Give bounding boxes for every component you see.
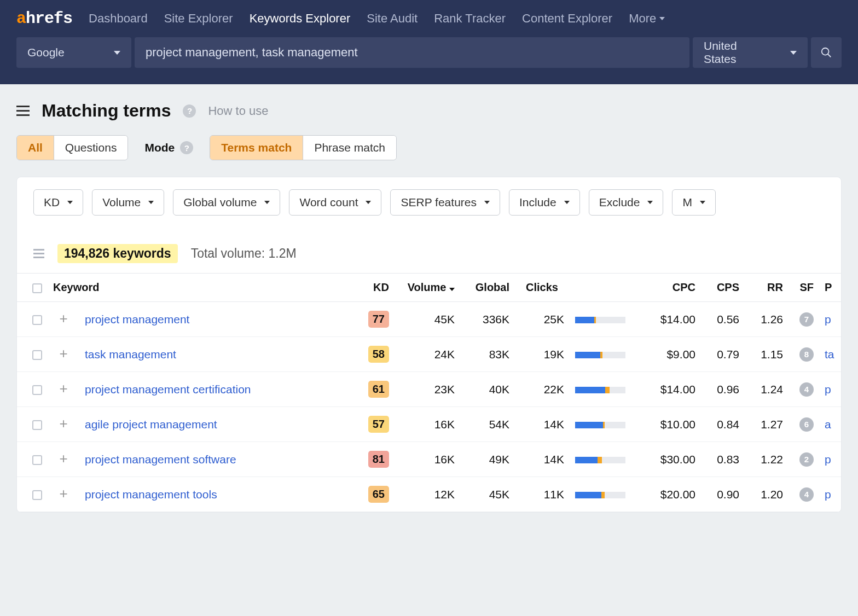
filter-exclude[interactable]: Exclude [589,189,664,216]
cell-global: 45K [460,477,515,512]
row-checkbox[interactable] [32,315,42,325]
search-button[interactable] [811,37,842,68]
engine-select[interactable]: Google [16,37,131,68]
tab-all[interactable]: All [17,136,54,160]
col-parent[interactable]: P [819,274,841,302]
keyword-link[interactable]: project management tools [85,488,217,501]
sf-badge: 2 [799,452,814,467]
tab-phrase-match[interactable]: Phrase match [303,136,396,160]
nav-link-content-explorer[interactable]: Content Explorer [522,11,612,26]
select-all-checkbox[interactable] [32,283,42,293]
col-keyword[interactable]: Keyword [48,274,356,302]
row-checkbox[interactable] [32,490,42,500]
chevron-down-icon [148,201,154,204]
cell-rr: 1.26 [745,302,789,337]
nav-link-keywords-explorer[interactable]: Keywords Explorer [250,11,351,26]
keyword-link[interactable]: project management software [85,453,236,466]
parent-link[interactable]: p [825,453,831,466]
filter-word-count[interactable]: Word count [289,189,381,216]
chevron-down-icon [366,201,371,204]
sf-badge: 7 [799,312,814,327]
help-icon[interactable]: ? [180,141,193,154]
cell-volume: 16K [395,407,460,442]
parent-link[interactable]: ta [825,348,834,361]
cell-clicks: 11K [515,477,570,512]
country-select[interactable]: United States [693,37,808,68]
table-row: +task management5824K83K19K$9.000.791.15… [17,337,841,372]
cell-cps: 0.79 [701,337,745,372]
expand-icon[interactable]: + [57,417,69,429]
col-sf[interactable]: SF [789,274,819,302]
kd-badge: 65 [368,486,389,503]
cell-cps: 0.83 [701,442,745,477]
tab-questions[interactable]: Questions [54,136,128,160]
sf-badge: 6 [799,417,814,432]
keyword-input[interactable] [135,37,689,68]
table-row: +project management7745K336K25K$14.000.5… [17,302,841,337]
keyword-link[interactable]: task management [85,348,176,361]
filter-m[interactable]: M [672,189,716,216]
col-cpc[interactable]: CPC [635,274,701,302]
parent-link[interactable]: p [825,488,831,501]
cell-cps: 0.96 [701,372,745,407]
parent-link[interactable]: p [825,313,831,326]
expand-icon[interactable]: + [57,312,69,324]
kd-badge: 81 [368,451,389,468]
menu-icon[interactable] [16,106,30,116]
expand-icon[interactable]: + [57,487,69,499]
row-checkbox[interactable] [32,455,42,465]
kd-badge: 61 [368,381,389,398]
keyword-link[interactable]: project management certification [85,383,251,396]
col-kd[interactable]: KD [356,274,395,302]
nav-link-site-audit[interactable]: Site Audit [367,11,418,26]
chevron-down-icon [484,201,490,204]
cell-rr: 1.24 [745,372,789,407]
logo[interactable]: ahrefs [16,9,72,28]
col-clicks[interactable]: Clicks [515,274,570,302]
nav-link-dashboard[interactable]: Dashboard [89,11,148,26]
drag-icon[interactable] [33,249,44,258]
col-volume[interactable]: Volume [395,274,460,302]
chevron-down-icon [790,51,797,55]
clicks-bar [575,387,625,393]
filter-kd[interactable]: KD [33,189,83,216]
filter-serp-features[interactable]: SERP features [390,189,500,216]
expand-icon[interactable]: + [57,452,69,464]
keyword-link[interactable]: project management [85,313,189,326]
expand-icon[interactable]: + [57,382,69,394]
cell-cpc: $10.00 [635,407,701,442]
parent-link[interactable]: p [825,383,831,396]
chevron-down-icon [659,17,665,20]
filters-row: KD Volume Global volume Word count SERP … [17,177,841,228]
keyword-count: 194,826 keywords [57,244,178,263]
cell-clicks: 19K [515,337,570,372]
cell-cps: 0.90 [701,477,745,512]
col-cps[interactable]: CPS [701,274,745,302]
filter-global-volume[interactable]: Global volume [173,189,280,216]
row-checkbox[interactable] [32,350,42,360]
nav-more[interactable]: More [629,11,665,26]
filter-volume[interactable]: Volume [92,189,164,216]
row-checkbox[interactable] [32,385,42,395]
sort-desc-icon [449,288,455,291]
nav-link-rank-tracker[interactable]: Rank Tracker [434,11,506,26]
nav-links: DashboardSite ExplorerKeywords ExplorerS… [89,11,665,26]
nav-link-site-explorer[interactable]: Site Explorer [164,11,233,26]
keyword-link[interactable]: agile project management [85,418,217,431]
cell-rr: 1.27 [745,407,789,442]
parent-link[interactable]: a [825,418,831,431]
cell-rr: 1.15 [745,337,789,372]
chevron-down-icon [67,201,73,204]
expand-icon[interactable]: + [57,347,69,359]
cell-volume: 24K [395,337,460,372]
cell-cpc: $30.00 [635,442,701,477]
cell-clicks: 14K [515,407,570,442]
col-global[interactable]: Global [460,274,515,302]
help-icon[interactable]: ? [183,104,196,118]
how-to-link[interactable]: How to use [208,104,268,118]
filter-include[interactable]: Include [509,189,580,216]
col-rr[interactable]: RR [745,274,789,302]
cell-global: 49K [460,442,515,477]
tab-terms-match[interactable]: Terms match [210,136,303,160]
row-checkbox[interactable] [32,420,42,430]
